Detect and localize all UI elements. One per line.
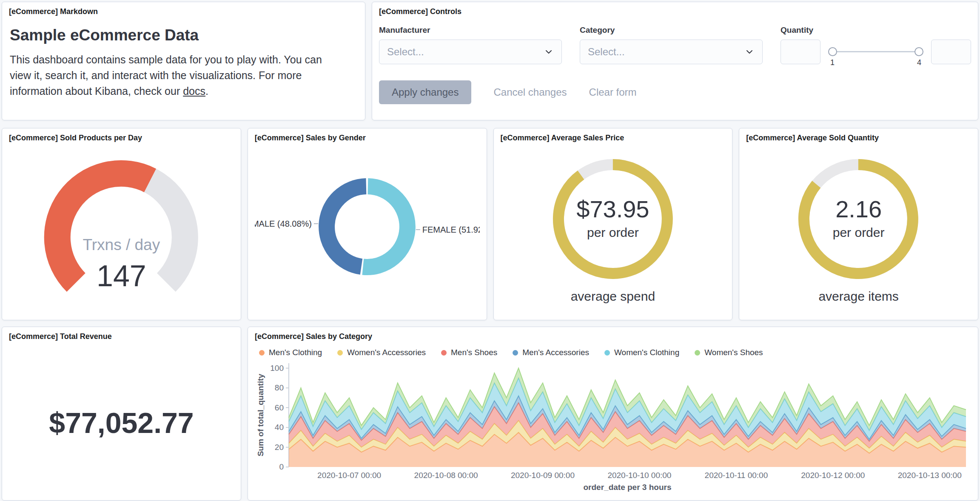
legend-dot-icon <box>695 350 700 356</box>
slider-handle-min[interactable] <box>828 47 837 56</box>
panel-sales-by-gender: [eCommerce] Sales by Gender MALE (48.08%… <box>248 128 487 320</box>
legend-dot-icon <box>604 350 610 356</box>
docs-link[interactable]: docs <box>183 85 205 97</box>
category-control: Category Select... <box>580 26 763 69</box>
slider-max-label: 4 <box>917 58 921 67</box>
area-chart[interactable]: 0204060801002020-10-07 00:002020-10-08 0… <box>255 361 971 492</box>
svg-text:2020-10-13 00:00: 2020-10-13 00:00 <box>898 471 962 480</box>
apply-changes-button[interactable]: Apply changes <box>379 80 471 104</box>
gender-donut-chart[interactable]: MALE (48.08%)FEMALE (51.92%) <box>255 146 480 310</box>
panel-title[interactable]: [eCommerce] Sales by Gender <box>255 134 480 142</box>
gauge-svg <box>9 146 234 310</box>
svg-text:2020-10-11 00:00: 2020-10-11 00:00 <box>705 471 768 480</box>
category-label: Category <box>580 26 763 35</box>
svg-text:Sum of total_quantity: Sum of total_quantity <box>256 373 265 456</box>
quantity-widget: 1 4 <box>781 40 971 69</box>
slider-track <box>832 51 920 52</box>
legend-item[interactable]: Women's Clothing <box>604 348 679 357</box>
markdown-body: This dashboard contains sample data for … <box>10 52 346 99</box>
manufacturer-placeholder: Select... <box>387 46 424 58</box>
manufacturer-control: Manufacturer Select... <box>379 26 562 69</box>
goal-svg <box>501 146 726 310</box>
dashboard-row-2: [eCommerce] Sold Products per Day Trxns … <box>2 128 978 320</box>
panel-markdown: [eCommerce] Markdown Sample eCommerce Da… <box>2 2 365 120</box>
slider-min-label: 1 <box>830 58 835 67</box>
legend-label: Women's Accessories <box>347 348 426 357</box>
legend-label: Women's Clothing <box>614 348 679 357</box>
legend-item[interactable]: Men's Accessories <box>513 348 589 357</box>
panel-title[interactable]: [eCommerce] Total Revenue <box>9 332 234 341</box>
dashboard: [eCommerce] Markdown Sample eCommerce Da… <box>0 0 980 501</box>
svg-text:order_date per 3 hours: order_date per 3 hours <box>584 483 672 492</box>
legend-item[interactable]: Women's Shoes <box>695 348 763 357</box>
svg-text:60: 60 <box>275 403 284 412</box>
chevron-down-icon <box>544 47 554 57</box>
panel-title[interactable]: [eCommerce] Sold Products per Day <box>9 134 234 142</box>
area-svg: 0204060801002020-10-07 00:002020-10-08 0… <box>255 361 971 492</box>
svg-text:20: 20 <box>275 443 284 452</box>
panel-sales-by-category: [eCommerce] Sales by Category Men's Clot… <box>248 327 978 501</box>
category-select[interactable]: Select... <box>580 40 763 64</box>
svg-text:2020-10-07 00:00: 2020-10-07 00:00 <box>317 471 381 480</box>
legend-dot-icon <box>259 350 265 356</box>
manufacturer-label: Manufacturer <box>379 26 562 35</box>
legend-dot-icon <box>513 350 518 356</box>
total-revenue-value: $77,052.77 <box>2 406 241 439</box>
svg-text:FEMALE (51.92%): FEMALE (51.92%) <box>422 225 480 234</box>
legend-label: Men's Clothing <box>269 348 322 357</box>
svg-text:2020-10-12 00:00: 2020-10-12 00:00 <box>801 471 865 480</box>
chart-legend: Men's ClothingWomen's AccessoriesMen's S… <box>259 348 971 357</box>
slider-handle-max[interactable] <box>914 47 923 56</box>
panel-controls: [eCommerce] Controls Manufacturer Select… <box>372 2 978 120</box>
panel-title[interactable]: [eCommerce] Average Sales Price <box>501 134 726 142</box>
legend-item[interactable]: Men's Clothing <box>259 348 322 357</box>
legend-label: Men's Accessories <box>522 348 589 357</box>
panel-average-sales-price: [eCommerce] Average Sales Price $73.95 p… <box>493 128 733 320</box>
donut-svg: MALE (48.08%)FEMALE (51.92%) <box>255 146 480 310</box>
panel-title[interactable]: [eCommerce] Average Sold Quantity <box>746 134 971 142</box>
legend-item[interactable]: Men's Shoes <box>441 348 497 357</box>
svg-text:2020-10-09 00:00: 2020-10-09 00:00 <box>511 471 575 480</box>
legend-item[interactable]: Women's Accessories <box>337 348 426 357</box>
panel-average-sold-quantity: [eCommerce] Average Sold Quantity 2.16 p… <box>739 128 978 320</box>
svg-text:80: 80 <box>275 383 284 392</box>
quantity-min-input[interactable] <box>781 40 820 64</box>
panel-title[interactable]: [eCommerce] Markdown <box>9 7 358 16</box>
goal-svg <box>746 146 971 310</box>
category-placeholder: Select... <box>588 46 625 58</box>
chevron-down-icon <box>744 47 755 57</box>
legend-label: Women's Shoes <box>704 348 763 357</box>
avg-price-goal-chart[interactable]: $73.95 per order average spend <box>501 146 726 310</box>
goal-caption: average spend <box>501 289 726 304</box>
gauge-chart[interactable]: Trxns / day 147 <box>9 146 234 310</box>
markdown-text: This dashboard contains sample data for … <box>10 54 322 97</box>
quantity-control: Quantity 1 4 <box>781 26 971 69</box>
panel-title[interactable]: [eCommerce] Controls <box>379 7 971 16</box>
goal-caption: average items <box>746 289 971 304</box>
svg-text:0: 0 <box>279 462 284 471</box>
markdown-heading: Sample eCommerce Data <box>10 26 358 44</box>
dashboard-row-1: [eCommerce] Markdown Sample eCommerce Da… <box>2 2 978 120</box>
avg-quantity-goal-chart[interactable]: 2.16 per order average items <box>746 146 971 310</box>
legend-dot-icon <box>337 350 343 356</box>
legend-dot-icon <box>441 350 447 356</box>
quantity-label: Quantity <box>781 26 971 35</box>
svg-text:100: 100 <box>270 364 284 373</box>
quantity-max-input[interactable] <box>931 40 971 64</box>
panel-title[interactable]: [eCommerce] Sales by Category <box>255 332 971 341</box>
controls-form: Manufacturer Select... Category Select..… <box>379 26 971 69</box>
cancel-changes-button[interactable]: Cancel changes <box>493 86 567 98</box>
markdown-text-end: . <box>205 85 208 97</box>
svg-text:2020-10-10 00:00: 2020-10-10 00:00 <box>607 471 671 480</box>
panel-total-revenue: [eCommerce] Total Revenue $77,052.77 <box>2 327 241 501</box>
svg-text:MALE (48.08%): MALE (48.08%) <box>255 219 312 228</box>
legend-label: Men's Shoes <box>451 348 497 357</box>
dashboard-row-3: [eCommerce] Total Revenue $77,052.77 [eC… <box>2 327 978 501</box>
controls-buttons: Apply changes Cancel changes Clear form <box>379 80 971 104</box>
clear-form-button[interactable]: Clear form <box>589 86 637 98</box>
panel-sold-products-per-day: [eCommerce] Sold Products per Day Trxns … <box>2 128 241 320</box>
manufacturer-select[interactable]: Select... <box>379 40 562 64</box>
quantity-slider[interactable]: 1 4 <box>828 40 923 69</box>
svg-text:2020-10-08 00:00: 2020-10-08 00:00 <box>414 471 478 480</box>
svg-text:40: 40 <box>275 423 284 432</box>
